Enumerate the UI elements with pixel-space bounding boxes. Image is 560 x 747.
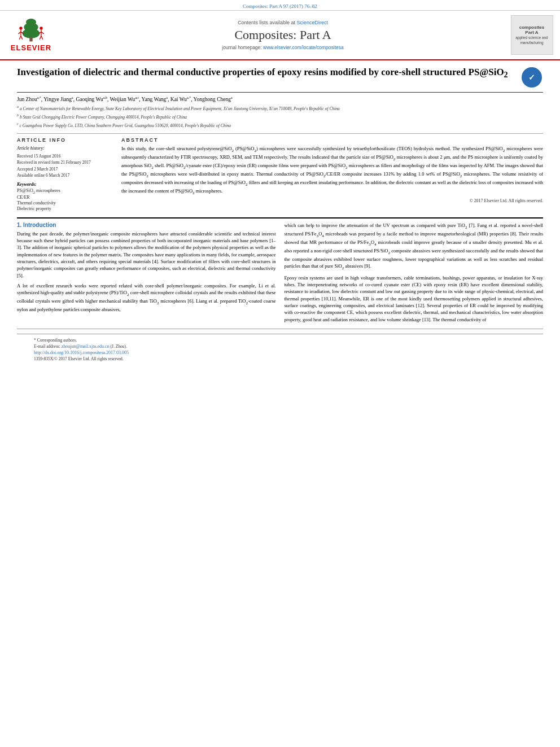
svg-rect-4 <box>29 37 32 41</box>
history-online: Available online 6 March 2017 <box>17 172 113 178</box>
intro-para-1: During the past decade, the polymer/inor… <box>17 230 276 279</box>
abstract-col: ABSTRACT In this study, the core-shell s… <box>121 137 543 212</box>
contents-line: Contents lists available at ScienceDirec… <box>238 20 328 25</box>
abstract-text: In this study, the core-shell structured… <box>121 145 543 196</box>
section-divider <box>17 217 543 219</box>
keyword-2: CE/ER <box>17 195 113 200</box>
main-content: 1. Introduction During the past decade, … <box>17 222 543 326</box>
contents-text: Contents lists available at <box>238 20 295 25</box>
journal-bar-text: Composites: Part A 97 (2017) 76–82 <box>243 3 317 9</box>
elsevier-tree-icon <box>14 18 48 43</box>
email-line: E-mail address: zhoujun@mail.xjtu.edu.cn… <box>34 344 526 349</box>
keyword-4: Dielectric property <box>17 206 113 211</box>
footer-divider <box>17 329 543 329</box>
elsevier-label: ELSEVIER <box>11 43 51 52</box>
sciencedirect-link[interactable]: ScienceDirect <box>297 20 329 25</box>
history-revised: Received in revised form 21 February 201… <box>17 159 113 165</box>
affil-a: a a Center of Nanomaterials for Renewabl… <box>17 104 543 112</box>
header-center: Contents lists available at ScienceDirec… <box>62 15 504 55</box>
composites-badge: compositesPart Aapplied science and manu… <box>511 15 553 55</box>
right-column: which can help to improve the attenuatio… <box>285 222 544 326</box>
crossmark-badge: ✓ <box>520 66 543 89</box>
svg-point-3 <box>23 28 40 38</box>
authors-line: Jun Zhoua,*, Yingye Jianga, Gaoqing Wua,… <box>17 96 543 102</box>
issn-text: 1359-835X/© 2017 Elsevier Ltd. All right… <box>34 356 526 361</box>
history-title: Article history: <box>17 145 113 152</box>
author-email[interactable]: zhoujun@mail.xjtu.edu.cn <box>62 344 110 349</box>
corresponding-note: * Corresponding authors. <box>34 338 526 343</box>
keywords-section: Keywords: PS@SiO2 microspheres CE/ER The… <box>17 182 113 211</box>
article-history: Article history: Received 15 August 2016… <box>17 145 113 178</box>
page-wrapper: Composites: Part A 97 (2017) 76–82 <box>0 0 560 747</box>
footer-section: * Corresponding authors. E-mail address:… <box>17 334 543 365</box>
right-para-2: Epoxy resin systems are used in high vol… <box>285 274 544 323</box>
article-info-label: ARTICLE INFO <box>17 137 113 143</box>
header-section: ELSEVIER Contents lists available at Sci… <box>0 11 560 60</box>
copyright-line: © 2017 Elsevier Ltd. All rights reserved… <box>121 198 543 203</box>
svg-point-11 <box>40 27 42 29</box>
header-left: ELSEVIER <box>6 15 56 55</box>
header-right: compositesPart Aapplied science and manu… <box>509 15 554 55</box>
info-abstract-row: ARTICLE INFO Article history: Received 1… <box>17 133 543 212</box>
title-section: Investigation of dielectric and thermal … <box>17 66 543 93</box>
homepage-link[interactable]: www.elsevier.com/locate/compositesa <box>263 45 344 50</box>
abstract-label: ABSTRACT <box>121 137 543 143</box>
email-label: E-mail address: <box>34 344 60 349</box>
elsevier-logo: ELSEVIER <box>6 18 56 52</box>
affil-b: b b State Grid Chongqing Electric Power … <box>17 113 543 120</box>
affil-c: c c Guangzhou Power Supply Co. LTD, Chin… <box>17 121 543 129</box>
history-received: Received 15 August 2016 <box>17 153 113 159</box>
keywords-title: Keywords: <box>17 182 113 187</box>
journal-title: Composites: Part A <box>234 28 331 42</box>
svg-point-5 <box>19 27 22 29</box>
keyword-3: Thermal conductivity <box>17 200 113 206</box>
history-accepted: Accepted 2 March 2017 <box>17 166 113 172</box>
badge-text: compositesPart Aapplied science and manu… <box>513 25 551 45</box>
email-name: (J. Zhou). <box>111 344 127 349</box>
article-title: Investigation of dielectric and thermal … <box>17 66 515 80</box>
intro-para-2: A lot of excellent research works were r… <box>17 282 276 313</box>
doi-link[interactable]: http://dx.doi.org/10.1016/j.compositesa.… <box>34 350 526 355</box>
right-para-1: which can help to improve the attenuatio… <box>285 222 544 271</box>
intro-heading: 1. Introduction <box>17 222 276 228</box>
journal-bar: Composites: Part A 97 (2017) 76–82 <box>0 0 560 11</box>
article-info-col: ARTICLE INFO Article history: Received 1… <box>17 137 113 212</box>
left-column: 1. Introduction During the past decade, … <box>17 222 276 326</box>
keyword-1: PS@SiO2 microspheres <box>17 188 113 194</box>
journal-homepage: journal homepage: www.elsevier.com/locat… <box>222 45 343 50</box>
article-body: Investigation of dielectric and thermal … <box>0 60 560 370</box>
affiliations: a a Center of Nanomaterials for Renewabl… <box>17 104 543 129</box>
crossmark-icon: ✓ <box>522 67 542 88</box>
